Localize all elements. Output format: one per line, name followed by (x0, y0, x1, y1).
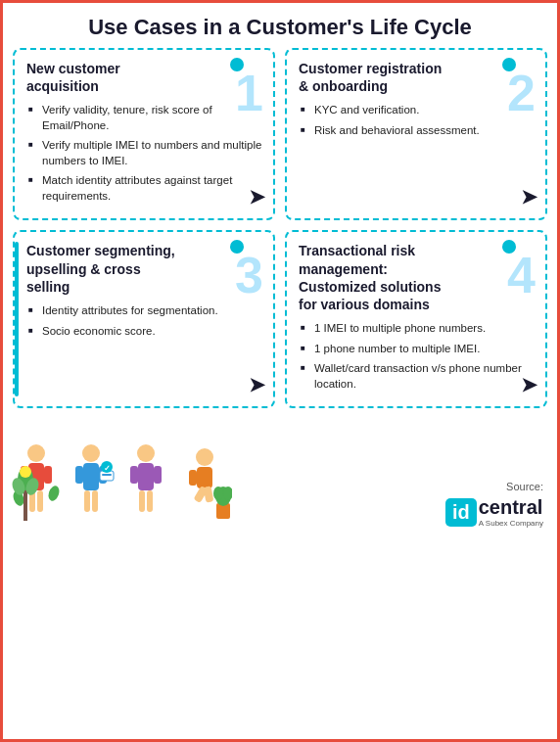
svg-rect-25 (197, 467, 212, 488)
source-label: Source: (506, 481, 543, 492)
card1-bullet-2: Verify multiple IMEI to numbers and mult… (26, 138, 263, 168)
card3-number: 3 (235, 250, 263, 301)
plant-left (11, 457, 40, 526)
svg-text:✓: ✓ (104, 464, 111, 473)
page-title: Use Cases in a Customer's Life Cycle (3, 3, 557, 48)
card3-bar (15, 242, 19, 396)
svg-rect-12 (84, 490, 90, 512)
svg-point-24 (196, 448, 213, 466)
bottom-section: ✓ (3, 416, 557, 533)
card-segmenting: Customer segmenting, upselling & cross s… (13, 230, 275, 408)
card2-title: Customer registration & onboarding (299, 60, 452, 95)
svg-rect-21 (154, 466, 162, 484)
figure-4 (177, 440, 232, 528)
card4-bullet-2: 1 phone number to multiple IMEI. (299, 342, 536, 357)
svg-rect-9 (83, 463, 99, 490)
card1-arrow: ➤ (249, 185, 265, 209)
card4-bullet-3: Wallet/card transaction v/s phone number… (299, 361, 536, 392)
card2-bullet-1: KYC and verification. (299, 103, 536, 118)
card1-bullet-1: Verify validity, tenure, risk score of E… (26, 103, 263, 133)
figure-2: ✓ (68, 440, 115, 528)
svg-point-18 (137, 444, 155, 462)
svg-rect-26 (189, 470, 197, 486)
source-block: Source: id central A Subex Company (445, 481, 543, 528)
svg-rect-3 (44, 466, 52, 484)
card3-title: Customer segmenting, upselling & cross s… (26, 242, 180, 296)
svg-rect-20 (130, 466, 138, 484)
logo-subtitle: A Subex Company (479, 519, 543, 528)
svg-rect-19 (138, 463, 154, 490)
svg-rect-15 (102, 474, 112, 476)
svg-rect-28 (204, 487, 214, 503)
card1-title: New customer acquisition (26, 60, 180, 95)
svg-point-7 (47, 485, 60, 502)
card3-bullets: Identity attributes for segmentation. So… (26, 303, 263, 339)
card2-bullets: KYC and verification. Risk and behaviora… (299, 103, 536, 138)
card-transactional: Transactional risk management: Customize… (285, 230, 547, 408)
card3-bullet-2: Socio economic score. (26, 324, 263, 340)
svg-point-31 (213, 487, 223, 500)
svg-rect-22 (139, 490, 145, 512)
card4-bullets: 1 IMEI to multiple phone numbers. 1 phon… (299, 321, 536, 392)
card-new-customer: New customer acquisition 1 Verify validi… (13, 48, 275, 220)
svg-point-37 (20, 466, 31, 478)
card3-arrow: ➤ (249, 373, 265, 396)
card1-bullet-3: Match identity attributes against target… (26, 173, 263, 204)
svg-point-8 (82, 444, 100, 462)
card4-title: Transactional risk management: Customize… (299, 242, 452, 313)
card4-bullet-1: 1 IMEI to multiple phone numbers. (299, 321, 536, 337)
card4-number: 4 (507, 250, 536, 301)
logo-central-part: central (479, 496, 543, 519)
svg-rect-10 (75, 466, 83, 484)
card-registration: Customer registration & onboarding 2 KYC… (285, 48, 547, 220)
svg-rect-13 (92, 490, 98, 512)
card2-bullet-2: Risk and behavioral assessment. (299, 123, 536, 139)
logo: id central A Subex Company (445, 496, 543, 528)
svg-rect-23 (147, 490, 153, 512)
card3-bullet-1: Identity attributes for segmentation. (26, 303, 263, 319)
card2-arrow: ➤ (521, 185, 537, 209)
figure-3 (122, 440, 169, 528)
cards-grid: New customer acquisition 1 Verify validi… (3, 48, 557, 416)
card1-bullets: Verify validity, tenure, risk score of E… (26, 103, 263, 204)
card4-arrow: ➤ (521, 373, 537, 396)
illustration-figures: ✓ (13, 440, 232, 528)
logo-id-part: id (445, 498, 477, 527)
